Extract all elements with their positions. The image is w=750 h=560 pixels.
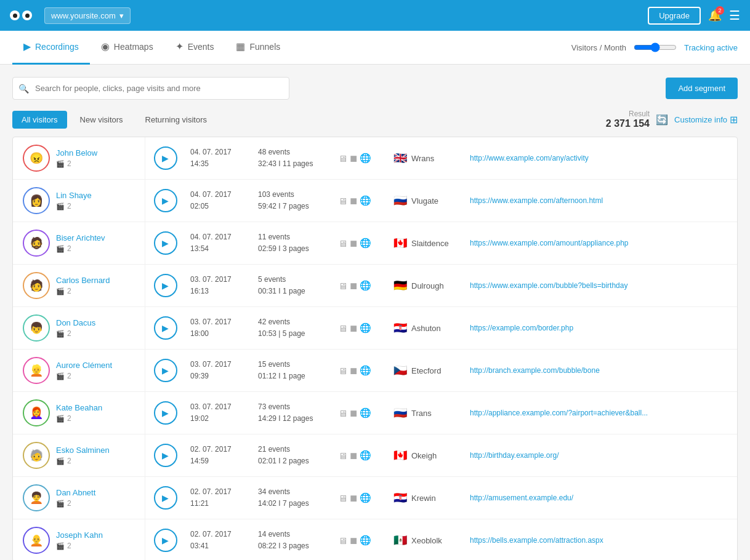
recording-url[interactable]: http://www.example.com/any/activity [470,154,589,162]
upgrade-button[interactable]: Upgrade [648,7,701,25]
devices-cell: 🖥 ◼ 🌐 [333,145,389,171]
play-button[interactable]: ▶ [154,401,177,425]
user-cell: 🧑 Carlos Bernard 🎬 2 [13,265,145,306]
recording-url[interactable]: http://amusement.example.edu/ [470,494,573,502]
user-name[interactable]: Esko Salminen [56,446,110,455]
device-desktop-icon: 🖥 [338,153,347,164]
user-cell: 🧓 Esko Salminen 🎬 2 [13,434,145,476]
play-button[interactable]: ▶ [154,444,177,467]
device-secondary-icon: ◼ [350,238,357,249]
recording-date: 03. 07. 2017 [190,274,248,286]
devices-cell: 🖥 ◼ 🌐 [333,485,389,511]
url-cell: http://birthday.example.org/ [462,444,737,467]
nav-item-heatmaps[interactable]: ◉ Heatmaps [90,31,164,65]
devices-cell: 🖥 ◼ 🌐 [333,230,389,256]
site-selector[interactable]: www.yoursite.com ▾ [44,7,131,24]
recording-url[interactable]: https://bells.example.com/attraction.asp… [470,536,603,545]
play-button[interactable]: ▶ [154,189,177,212]
user-name[interactable]: Carlos Bernard [56,276,110,285]
play-button[interactable]: ▶ [154,359,177,382]
play-button[interactable]: ▶ [154,316,177,340]
location-cell: 🇨🇿 Etecford [389,356,462,385]
device-secondary-icon: ◼ [350,407,357,418]
nav-item-recordings[interactable]: ▶ Recordings [12,31,90,65]
user-sessions: 🎬 2 [56,287,110,295]
url-cell: http://appliance.example.com/?airport=ac… [462,401,737,425]
recording-time: 14:35 [190,158,248,170]
filter-returning-visitors[interactable]: Returning visitors [136,111,216,129]
user-info: Aurore Clément 🎬 2 [56,361,112,380]
device-browser-icon: 🌐 [360,322,371,334]
recording-url[interactable]: http://branch.example.com/bubble/bone [470,366,600,375]
user-info: John Below 🎬 2 [56,148,97,168]
user-name[interactable]: Biser Arichtev [56,233,105,242]
heatmaps-icon: ◉ [101,41,110,52]
session-icon: 🎬 [56,287,65,295]
tracking-active-label[interactable]: Tracking active [684,43,738,52]
play-button[interactable]: ▶ [154,529,177,552]
notifications-icon[interactable]: 🔔 2 [708,9,722,22]
top-nav-left: www.yoursite.com ▾ [10,6,131,25]
filter-new-visitors[interactable]: New visitors [71,111,132,129]
device-desktop-icon: 🖥 [338,196,347,206]
play-cell: ▶ [145,266,185,305]
event-duration: 14:02 I 7 pages [258,498,328,510]
event-count: 48 events [258,146,328,158]
recording-date: 03. 07. 2017 [190,316,248,328]
filter-buttons: All visitors New visitors Returning visi… [12,111,216,129]
user-name[interactable]: Dan Abnett [56,488,95,497]
device-desktop-icon: 🖥 [338,281,347,291]
city-name: Vlugate [411,196,438,206]
user-name[interactable]: Aurore Clément [56,361,112,370]
country-flag: 🇲🇽 [393,534,407,547]
play-button[interactable]: ▶ [154,146,177,170]
device-browser-icon: 🌐 [360,195,371,206]
user-name[interactable]: Kate Beahan [56,403,102,412]
event-count: 103 events [258,189,328,201]
user-name[interactable]: Lin Shaye [56,191,92,200]
avatar: 👱 [23,357,50,384]
device-browser-icon: 🌐 [360,535,371,546]
avatar: 🧓 [23,442,50,469]
user-info: Biser Arichtev 🎬 2 [56,233,105,253]
user-name[interactable]: John Below [56,148,97,158]
event-count: 21 events [258,444,328,455]
menu-icon[interactable]: ☰ [729,8,740,23]
nav-item-funnels[interactable]: ▦ Funnels [225,31,291,65]
play-button[interactable]: ▶ [154,486,177,510]
play-button[interactable]: ▶ [154,274,177,297]
recording-url[interactable]: http://birthday.example.org/ [470,451,559,460]
events-label: Events [188,42,214,52]
play-button[interactable]: ▶ [154,231,177,255]
refresh-button[interactable]: 🔄 [656,114,668,126]
main-content: 🔍 Add segment All visitors New visitors … [0,65,750,560]
devices-cell: 🖥 ◼ 🌐 [333,188,389,214]
recording-date: 02. 07. 2017 [190,486,248,498]
recording-time: 19:02 [190,413,248,425]
user-info: Lin Shaye 🎬 2 [56,191,92,210]
visitors-slider[interactable] [634,42,677,52]
add-segment-button[interactable]: Add segment [666,78,738,99]
recording-url[interactable]: https://www.example.com/bubble?bells=bir… [470,281,627,290]
recording-url[interactable]: https://www.example.com/amount/appliance… [470,239,628,247]
search-input[interactable] [12,77,289,100]
city-name: Ashuton [411,324,441,333]
user-name[interactable]: Don Dacus [56,318,95,327]
device-desktop-icon: 🖥 [338,323,347,334]
avatar: 🧑 [23,272,50,299]
user-name[interactable]: Joseph Kahn [56,530,103,540]
event-duration: 10:53 | 5 page [258,328,328,340]
nav-item-events[interactable]: ✦ Events [164,31,225,65]
visitors-label: Visitors / Month [571,43,626,52]
recording-url[interactable]: http://appliance.example.com/?airport=ac… [470,409,648,417]
datetime-cell: 02. 07. 2017 14:59 [185,436,253,474]
filter-all-visitors[interactable]: All visitors [12,111,67,129]
recording-url[interactable]: https://www.example.com/afternoon.html [470,196,603,205]
user-sessions: 🎬 2 [56,159,97,168]
customize-info-button[interactable]: Customize info ⊞ [674,114,738,126]
city-name: Dulrough [411,281,444,290]
recording-url[interactable]: https://example.com/border.php [470,324,573,332]
user-cell: 👩‍🦰 Kate Beahan 🎬 2 [13,392,145,434]
location-cell: 🇩🇪 Dulrough [389,271,462,300]
datetime-cell: 04. 07. 2017 02:05 [185,182,253,220]
